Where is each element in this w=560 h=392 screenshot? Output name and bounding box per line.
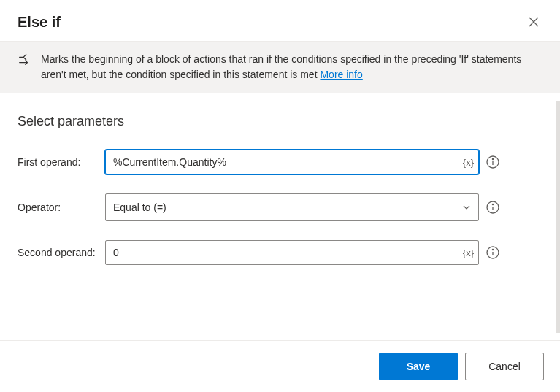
banner-text: Marks the beginning of a block of action… [41,52,542,82]
first-operand-row: First operand: {x} [18,150,542,174]
dialog-title: Else if [18,14,61,31]
chevron-down-icon [462,203,471,212]
svg-point-7 [492,204,493,204]
close-button[interactable] [525,13,542,31]
dialog-footer: Save Cancel [0,340,560,392]
section-title: Select parameters [18,114,542,129]
second-operand-label: Second operand: [18,247,105,258]
dialog-header: Else if [0,0,560,41]
close-icon [529,17,539,27]
operator-value: Equal to (=) [113,201,462,213]
first-operand-label: First operand: [18,156,105,168]
info-icon [486,201,499,214]
first-operand-input-wrap[interactable]: {x} [105,150,479,174]
info-icon [486,246,499,259]
cancel-button[interactable]: Cancel [465,353,544,380]
banner-description: Marks the beginning of a block of action… [41,53,521,80]
second-operand-input-wrap[interactable]: {x} [105,240,479,265]
first-operand-input[interactable] [106,150,459,174]
operator-info[interactable] [486,201,499,214]
operator-label: Operator: [18,201,105,213]
second-operand-row: Second operand: {x} [18,240,542,265]
info-icon [486,155,499,169]
variable-picker-button[interactable]: {x} [459,150,478,174]
svg-point-4 [492,158,493,159]
parameters-section: Select parameters First operand: {x} Ope… [0,93,560,265]
info-banner: Marks the beginning of a block of action… [0,41,560,93]
svg-point-10 [492,249,493,250]
operator-row: Operator: Equal to (=) [18,193,542,221]
second-operand-info[interactable] [486,246,499,259]
branch-icon [18,53,31,69]
variable-picker-button[interactable]: {x} [459,241,478,264]
second-operand-input[interactable] [106,241,459,264]
save-button[interactable]: Save [379,353,458,380]
scrollbar[interactable] [556,101,560,333]
first-operand-info[interactable] [486,155,499,169]
more-info-link[interactable]: More info [320,69,362,80]
operator-select[interactable]: Equal to (=) [105,193,479,221]
